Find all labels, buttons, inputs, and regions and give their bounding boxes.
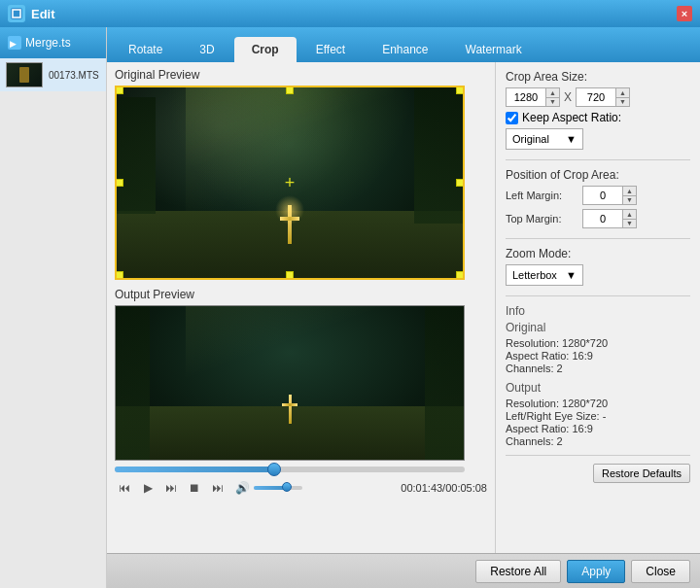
top-margin-label: Top Margin: <box>506 213 578 225</box>
bottom-bar: Restore All Apply Close <box>107 553 700 588</box>
original-preview-video[interactable]: + <box>115 86 465 280</box>
skip-back-button[interactable]: ⏮ <box>115 478 134 498</box>
crop-handle-tl[interactable] <box>116 86 123 94</box>
playback-area: ⏮ ▶ ⏭ ⏹ ⏭ 🔊 00:01:43/00:05:08 <box>115 467 487 498</box>
output-channels: Channels: 2 <box>506 435 690 447</box>
tab-effect[interactable]: Effect <box>298 37 363 62</box>
zoom-select-row: Letterbox ▼ <box>506 264 690 286</box>
time-display: 00:01:43/00:05:08 <box>401 482 487 494</box>
original-preview-label: Original Preview <box>115 68 487 82</box>
divider-2 <box>506 238 690 239</box>
svg-text:▶: ▶ <box>10 39 17 49</box>
original-resolution: Resolution: 1280*720 <box>506 337 690 349</box>
keep-aspect-checkbox[interactable] <box>506 112 518 124</box>
crop-area-size-label: Crop Area Size: <box>506 70 690 84</box>
left-margin-label: Left Margin: <box>506 190 578 201</box>
controls-row: ⏮ ▶ ⏭ ⏹ ⏭ 🔊 00:01:43/00:05:08 <box>115 478 487 498</box>
top-margin-input-group[interactable]: ▲ ▼ <box>582 209 637 228</box>
volume-icon: 🔊 <box>235 481 250 495</box>
output-aspect: Aspect Ratio: 16:9 <box>506 423 690 434</box>
skip-forward-button[interactable]: ⏭ <box>161 478 181 498</box>
sidebar: ▶ Merge.ts 00173.MTS <box>0 27 107 588</box>
left-margin-input-group[interactable]: ▲ ▼ <box>582 186 637 205</box>
tab-enhance[interactable]: Enhance <box>365 37 445 62</box>
preview-section: Original Preview <box>107 62 496 553</box>
volume-bar[interactable] <box>254 486 302 490</box>
title-bar: Edit × <box>0 0 700 27</box>
height-down-arrow[interactable]: ▼ <box>616 98 629 107</box>
crop-handle-tm[interactable] <box>286 86 294 94</box>
width-input[interactable] <box>507 88 545 106</box>
width-input-group[interactable]: ▲ ▼ <box>506 87 560 107</box>
app-icon <box>8 5 25 22</box>
left-margin-down[interactable]: ▼ <box>623 196 636 205</box>
crop-handle-bl[interactable] <box>116 271 123 279</box>
divider-3 <box>506 295 690 296</box>
info-section: Info Original Resolution: 1280*720 Aspec… <box>506 304 690 447</box>
apply-button[interactable]: Apply <box>567 560 625 583</box>
aspect-dropdown-arrow: ▼ <box>566 133 577 145</box>
crosshair: + <box>285 174 296 191</box>
position-group: Position of Crop Area: Left Margin: ▲ ▼ <box>506 168 690 228</box>
sidebar-filename: 00173.MTS <box>49 70 99 81</box>
restore-all-button[interactable]: Restore All <box>475 560 561 583</box>
crop-area-size-group: Crop Area Size: ▲ ▼ X <box>506 70 690 150</box>
sidebar-thumb <box>6 62 43 87</box>
output-eye-size: Left/Right Eye Size: - <box>506 410 690 422</box>
keep-aspect-label: Keep Aspect Ratio: <box>522 111 621 124</box>
zoom-dropdown-arrow: ▼ <box>566 269 577 281</box>
right-panel: Rotate 3D Crop Effect Enhance Watermark … <box>107 27 700 588</box>
crop-handle-br[interactable] <box>456 271 464 279</box>
keep-aspect-row: Keep Aspect Ratio: <box>506 111 690 124</box>
tab-rotate[interactable]: Rotate <box>111 37 180 62</box>
crop-handle-mr[interactable] <box>456 179 464 187</box>
zoom-mode-label: Zoom Mode: <box>506 247 690 260</box>
top-margin-down[interactable]: ▼ <box>623 220 636 228</box>
next-frame-button[interactable]: ⏭ <box>208 478 228 498</box>
top-margin-up[interactable]: ▲ <box>623 210 636 220</box>
aspect-select-row: Original ▼ <box>506 128 690 150</box>
left-margin-up[interactable]: ▲ <box>623 187 636 196</box>
progress-fill <box>115 467 272 472</box>
height-up-arrow[interactable]: ▲ <box>616 88 629 98</box>
volume-area: 🔊 <box>235 481 302 495</box>
progress-bar[interactable] <box>115 467 465 472</box>
tab-3d[interactable]: 3D <box>182 37 231 62</box>
top-margin-input[interactable] <box>583 210 622 227</box>
close-button[interactable]: Close <box>631 560 690 583</box>
sidebar-merge-tab[interactable]: ▶ Merge.ts <box>0 27 106 58</box>
top-margin-row: Top Margin: ▲ ▼ <box>506 209 690 228</box>
left-margin-input[interactable] <box>583 187 622 204</box>
output-preview-video[interactable] <box>115 305 465 461</box>
aspect-select[interactable]: Original ▼ <box>506 128 583 150</box>
volume-thumb[interactable] <box>282 482 292 492</box>
original-info-title: Original <box>506 321 690 334</box>
x-separator: X <box>564 90 572 104</box>
progress-thumb[interactable] <box>267 463 281 476</box>
stop-button[interactable]: ⏹ <box>185 478 204 498</box>
tab-crop[interactable]: Crop <box>234 37 297 62</box>
play-button[interactable]: ▶ <box>138 478 158 498</box>
crop-handle-ml[interactable] <box>116 179 123 187</box>
tab-watermark[interactable]: Watermark <box>448 37 540 62</box>
output-preview-label: Output Preview <box>115 288 487 301</box>
content-area: Original Preview <box>107 62 700 553</box>
divider-4 <box>506 455 690 456</box>
restore-defaults-button[interactable]: Restore Defaults <box>593 464 690 483</box>
crop-handle-bm[interactable] <box>286 271 294 279</box>
height-input[interactable] <box>577 88 615 106</box>
output-resolution: Resolution: 1280*720 <box>506 398 690 409</box>
width-down-arrow[interactable]: ▼ <box>546 98 559 107</box>
info-title: Info <box>506 304 690 318</box>
height-input-group[interactable]: ▲ ▼ <box>576 87 630 107</box>
zoom-select[interactable]: Letterbox ▼ <box>506 264 583 286</box>
width-up-arrow[interactable]: ▲ <box>546 88 559 98</box>
sidebar-file-item[interactable]: 00173.MTS <box>0 58 106 91</box>
zoom-mode-group: Zoom Mode: Letterbox ▼ <box>506 247 690 286</box>
close-window-button[interactable]: × <box>677 6 692 21</box>
crop-handle-tr[interactable] <box>456 86 464 94</box>
position-label: Position of Crop Area: <box>506 168 690 182</box>
divider-1 <box>506 159 690 160</box>
original-channels: Channels: 2 <box>506 363 690 374</box>
settings-panel: Crop Area Size: ▲ ▼ X <box>496 62 700 553</box>
